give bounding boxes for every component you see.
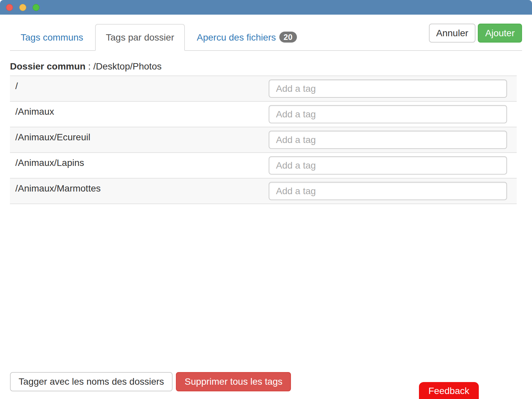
feedback-button[interactable]: Feedback: [419, 382, 479, 399]
folder-path: /Animaux: [10, 101, 263, 127]
table-row: /Animaux: [10, 101, 517, 127]
file-count-badge: 20: [279, 32, 297, 43]
folder-path: /Animaux/Ecureuil: [10, 127, 263, 153]
common-folder-title: Dossier commun : /Desktop/Photos: [10, 61, 522, 72]
window-titlebar: [0, 0, 532, 15]
folder-path: /Animaux/Lapins: [10, 153, 263, 178]
tag-input[interactable]: [269, 131, 507, 149]
common-folder-label: Dossier commun: [10, 61, 85, 71]
window-minimize-button[interactable]: [19, 4, 26, 11]
tab-tags-par-dossier[interactable]: Tags par dossier: [95, 24, 185, 51]
table-row: /Animaux/Lapins: [10, 153, 517, 178]
common-folder-path: : /Desktop/Photos: [85, 61, 162, 71]
tab-apercu-label: Apercu des fichiers: [197, 32, 276, 43]
add-button[interactable]: Ajouter: [478, 24, 522, 43]
window-close-button[interactable]: [6, 4, 13, 11]
tag-input[interactable]: [269, 105, 507, 123]
tab-tags-communs[interactable]: Tags communs: [10, 24, 94, 51]
folder-tag-table: / /Animaux /Animaux/Ecureuil /Animaux/La…: [10, 75, 517, 204]
table-row: /: [10, 76, 517, 101]
tag-input[interactable]: [269, 182, 507, 200]
cancel-button[interactable]: Annuler: [429, 24, 476, 43]
folder-path: /: [10, 76, 263, 101]
tag-input[interactable]: [269, 156, 507, 175]
header-actions: Annuler Ajouter: [429, 24, 522, 43]
main-content: Tags communs Tags par dossier Apercu des…: [0, 24, 532, 204]
header-row: Tags communs Tags par dossier Apercu des…: [10, 24, 522, 51]
window-zoom-button[interactable]: [33, 4, 40, 11]
delete-all-tags-button[interactable]: Supprimer tous les tags: [176, 372, 291, 391]
tag-input[interactable]: [269, 79, 507, 98]
footer-actions: Tagger avec les noms des dossiers Suppri…: [10, 372, 291, 391]
folder-path: /Animaux/Marmottes: [10, 178, 263, 204]
table-row: /Animaux/Marmottes: [10, 178, 517, 204]
tag-with-folder-names-button[interactable]: Tagger avec les noms des dossiers: [10, 372, 173, 391]
table-row: /Animaux/Ecureuil: [10, 127, 517, 153]
tab-apercu-des-fichiers[interactable]: Apercu des fichiers20: [186, 24, 308, 51]
